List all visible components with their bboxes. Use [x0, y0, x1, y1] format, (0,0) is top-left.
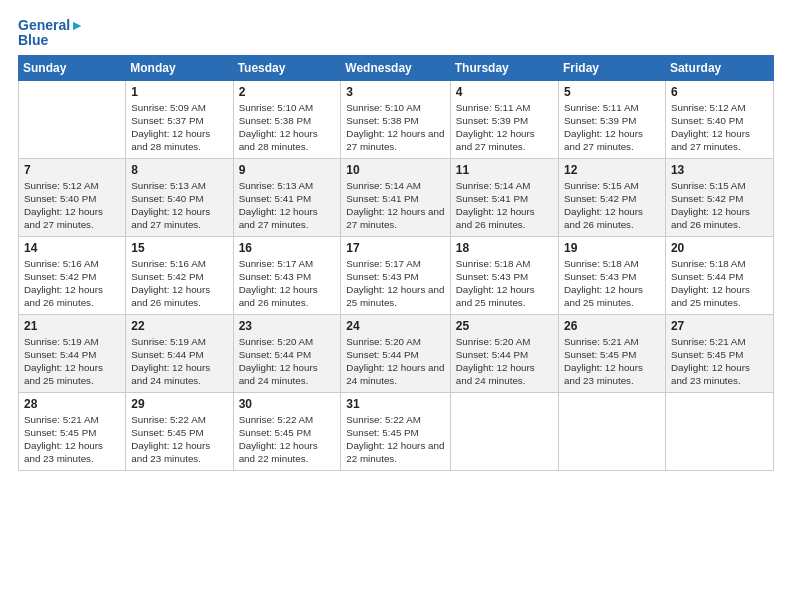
day-number: 20: [671, 241, 768, 255]
day-detail: Sunrise: 5:09 AM Sunset: 5:37 PM Dayligh…: [131, 101, 227, 154]
day-detail: Sunrise: 5:14 AM Sunset: 5:41 PM Dayligh…: [456, 179, 553, 232]
calendar-cell: 28Sunrise: 5:21 AM Sunset: 5:45 PM Dayli…: [19, 392, 126, 470]
header-row: SundayMondayTuesdayWednesdayThursdayFrid…: [19, 55, 774, 80]
day-detail: Sunrise: 5:14 AM Sunset: 5:41 PM Dayligh…: [346, 179, 444, 232]
day-detail: Sunrise: 5:10 AM Sunset: 5:38 PM Dayligh…: [239, 101, 336, 154]
day-detail: Sunrise: 5:17 AM Sunset: 5:43 PM Dayligh…: [346, 257, 444, 310]
col-header-wednesday: Wednesday: [341, 55, 450, 80]
day-detail: Sunrise: 5:17 AM Sunset: 5:43 PM Dayligh…: [239, 257, 336, 310]
day-number: 23: [239, 319, 336, 333]
logo-container: General► Blue: [18, 18, 84, 49]
calendar-cell: 21Sunrise: 5:19 AM Sunset: 5:44 PM Dayli…: [19, 314, 126, 392]
calendar-cell: 10Sunrise: 5:14 AM Sunset: 5:41 PM Dayli…: [341, 158, 450, 236]
logo: General► Blue: [18, 18, 84, 49]
day-detail: Sunrise: 5:11 AM Sunset: 5:39 PM Dayligh…: [456, 101, 553, 154]
calendar-cell: 20Sunrise: 5:18 AM Sunset: 5:44 PM Dayli…: [665, 236, 773, 314]
day-detail: Sunrise: 5:20 AM Sunset: 5:44 PM Dayligh…: [346, 335, 444, 388]
day-number: 31: [346, 397, 444, 411]
day-detail: Sunrise: 5:21 AM Sunset: 5:45 PM Dayligh…: [671, 335, 768, 388]
calendar-cell: 3Sunrise: 5:10 AM Sunset: 5:38 PM Daylig…: [341, 80, 450, 158]
col-header-friday: Friday: [559, 55, 666, 80]
calendar-cell: 19Sunrise: 5:18 AM Sunset: 5:43 PM Dayli…: [559, 236, 666, 314]
day-number: 9: [239, 163, 336, 177]
calendar-cell: 17Sunrise: 5:17 AM Sunset: 5:43 PM Dayli…: [341, 236, 450, 314]
calendar-cell: 23Sunrise: 5:20 AM Sunset: 5:44 PM Dayli…: [233, 314, 341, 392]
day-number: 29: [131, 397, 227, 411]
day-detail: Sunrise: 5:20 AM Sunset: 5:44 PM Dayligh…: [239, 335, 336, 388]
calendar-cell: 6Sunrise: 5:12 AM Sunset: 5:40 PM Daylig…: [665, 80, 773, 158]
day-number: 25: [456, 319, 553, 333]
calendar-cell: 11Sunrise: 5:14 AM Sunset: 5:41 PM Dayli…: [450, 158, 558, 236]
calendar-cell: 13Sunrise: 5:15 AM Sunset: 5:42 PM Dayli…: [665, 158, 773, 236]
day-number: 15: [131, 241, 227, 255]
day-number: 10: [346, 163, 444, 177]
day-detail: Sunrise: 5:15 AM Sunset: 5:42 PM Dayligh…: [564, 179, 660, 232]
day-number: 7: [24, 163, 120, 177]
day-detail: Sunrise: 5:16 AM Sunset: 5:42 PM Dayligh…: [131, 257, 227, 310]
day-detail: Sunrise: 5:11 AM Sunset: 5:39 PM Dayligh…: [564, 101, 660, 154]
calendar-cell: 26Sunrise: 5:21 AM Sunset: 5:45 PM Dayli…: [559, 314, 666, 392]
week-row-4: 21Sunrise: 5:19 AM Sunset: 5:44 PM Dayli…: [19, 314, 774, 392]
day-number: 5: [564, 85, 660, 99]
calendar-cell: 22Sunrise: 5:19 AM Sunset: 5:44 PM Dayli…: [126, 314, 233, 392]
day-number: 19: [564, 241, 660, 255]
calendar-cell: 16Sunrise: 5:17 AM Sunset: 5:43 PM Dayli…: [233, 236, 341, 314]
calendar-cell: [665, 392, 773, 470]
day-detail: Sunrise: 5:22 AM Sunset: 5:45 PM Dayligh…: [131, 413, 227, 466]
day-number: 16: [239, 241, 336, 255]
calendar-cell: 14Sunrise: 5:16 AM Sunset: 5:42 PM Dayli…: [19, 236, 126, 314]
page: General► Blue SundayMondayTuesdayWednesd…: [0, 0, 792, 612]
calendar-cell: 8Sunrise: 5:13 AM Sunset: 5:40 PM Daylig…: [126, 158, 233, 236]
day-number: 13: [671, 163, 768, 177]
logo-line2: Blue: [18, 33, 48, 48]
calendar-table: SundayMondayTuesdayWednesdayThursdayFrid…: [18, 55, 774, 471]
calendar-cell: 29Sunrise: 5:22 AM Sunset: 5:45 PM Dayli…: [126, 392, 233, 470]
week-row-2: 7Sunrise: 5:12 AM Sunset: 5:40 PM Daylig…: [19, 158, 774, 236]
col-header-thursday: Thursday: [450, 55, 558, 80]
calendar-cell: 5Sunrise: 5:11 AM Sunset: 5:39 PM Daylig…: [559, 80, 666, 158]
day-number: 28: [24, 397, 120, 411]
calendar-cell: 31Sunrise: 5:22 AM Sunset: 5:45 PM Dayli…: [341, 392, 450, 470]
calendar-cell: 27Sunrise: 5:21 AM Sunset: 5:45 PM Dayli…: [665, 314, 773, 392]
day-number: 14: [24, 241, 120, 255]
day-number: 22: [131, 319, 227, 333]
calendar-cell: 7Sunrise: 5:12 AM Sunset: 5:40 PM Daylig…: [19, 158, 126, 236]
calendar-cell: 1Sunrise: 5:09 AM Sunset: 5:37 PM Daylig…: [126, 80, 233, 158]
day-number: 27: [671, 319, 768, 333]
day-number: 1: [131, 85, 227, 99]
day-detail: Sunrise: 5:16 AM Sunset: 5:42 PM Dayligh…: [24, 257, 120, 310]
day-number: 12: [564, 163, 660, 177]
week-row-1: 1Sunrise: 5:09 AM Sunset: 5:37 PM Daylig…: [19, 80, 774, 158]
day-detail: Sunrise: 5:18 AM Sunset: 5:44 PM Dayligh…: [671, 257, 768, 310]
calendar-cell: 15Sunrise: 5:16 AM Sunset: 5:42 PM Dayli…: [126, 236, 233, 314]
calendar-cell: [19, 80, 126, 158]
calendar-cell: [450, 392, 558, 470]
day-detail: Sunrise: 5:13 AM Sunset: 5:40 PM Dayligh…: [131, 179, 227, 232]
calendar-cell: 12Sunrise: 5:15 AM Sunset: 5:42 PM Dayli…: [559, 158, 666, 236]
day-detail: Sunrise: 5:18 AM Sunset: 5:43 PM Dayligh…: [456, 257, 553, 310]
day-number: 17: [346, 241, 444, 255]
day-number: 4: [456, 85, 553, 99]
day-detail: Sunrise: 5:22 AM Sunset: 5:45 PM Dayligh…: [239, 413, 336, 466]
day-number: 18: [456, 241, 553, 255]
day-number: 30: [239, 397, 336, 411]
day-number: 21: [24, 319, 120, 333]
calendar-cell: 25Sunrise: 5:20 AM Sunset: 5:44 PM Dayli…: [450, 314, 558, 392]
day-detail: Sunrise: 5:21 AM Sunset: 5:45 PM Dayligh…: [564, 335, 660, 388]
calendar-cell: [559, 392, 666, 470]
col-header-tuesday: Tuesday: [233, 55, 341, 80]
day-detail: Sunrise: 5:10 AM Sunset: 5:38 PM Dayligh…: [346, 101, 444, 154]
day-detail: Sunrise: 5:15 AM Sunset: 5:42 PM Dayligh…: [671, 179, 768, 232]
calendar-cell: 18Sunrise: 5:18 AM Sunset: 5:43 PM Dayli…: [450, 236, 558, 314]
week-row-5: 28Sunrise: 5:21 AM Sunset: 5:45 PM Dayli…: [19, 392, 774, 470]
day-detail: Sunrise: 5:19 AM Sunset: 5:44 PM Dayligh…: [131, 335, 227, 388]
day-number: 24: [346, 319, 444, 333]
col-header-saturday: Saturday: [665, 55, 773, 80]
day-number: 3: [346, 85, 444, 99]
col-header-sunday: Sunday: [19, 55, 126, 80]
calendar-cell: 24Sunrise: 5:20 AM Sunset: 5:44 PM Dayli…: [341, 314, 450, 392]
day-detail: Sunrise: 5:19 AM Sunset: 5:44 PM Dayligh…: [24, 335, 120, 388]
calendar-cell: 30Sunrise: 5:22 AM Sunset: 5:45 PM Dayli…: [233, 392, 341, 470]
week-row-3: 14Sunrise: 5:16 AM Sunset: 5:42 PM Dayli…: [19, 236, 774, 314]
day-number: 6: [671, 85, 768, 99]
